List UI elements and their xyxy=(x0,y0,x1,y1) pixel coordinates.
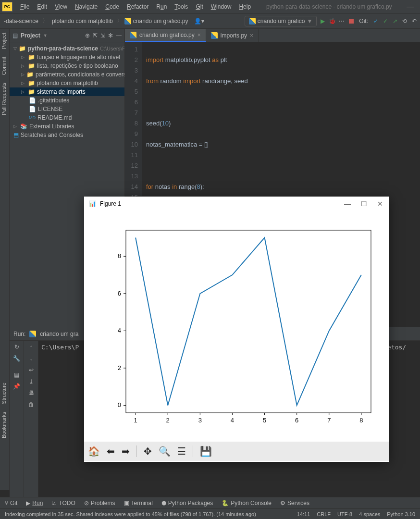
status-interpreter[interactable]: Python 3.10 xyxy=(387,511,415,517)
editor-tab[interactable]: imports.py × xyxy=(206,29,259,42)
up-icon[interactable]: ↑ xyxy=(30,344,33,350)
menu-tools[interactable]: Tools xyxy=(171,2,192,12)
user-icon[interactable]: 👤▾ xyxy=(194,18,204,25)
vcs-push-icon[interactable]: ↗ xyxy=(391,17,399,25)
menu-file[interactable]: File xyxy=(16,2,33,12)
window-minimize-icon[interactable]: — xyxy=(344,200,351,208)
chevron-right-icon: ▷ xyxy=(21,72,25,77)
status-time[interactable]: 14:11 xyxy=(297,511,310,517)
settings-icon[interactable]: ✻ xyxy=(108,32,113,39)
chevron-right-icon: 〉 xyxy=(42,17,48,25)
figure-window[interactable]: 📊 Figure 1 — ☐ ✕ 1234567802468 🏠 ⬅ ➡ ✥ 🔍… xyxy=(84,197,389,462)
soft-wrap-icon[interactable]: ↩ xyxy=(29,367,34,373)
collapse-icon[interactable]: ⇲ xyxy=(100,32,105,39)
folder-icon: 📁 xyxy=(28,54,35,61)
history-icon[interactable]: ⟲ xyxy=(401,17,408,25)
tool-run[interactable]: ▶Run xyxy=(26,500,43,507)
figure-canvas[interactable]: 1234567802468 xyxy=(84,211,389,442)
hide-icon[interactable]: — xyxy=(116,32,122,39)
menu-edit[interactable]: Edit xyxy=(33,2,51,12)
pin-icon[interactable]: 📌 xyxy=(13,383,20,390)
window-minimize-icon[interactable]: — xyxy=(403,2,418,11)
close-tab-icon[interactable]: × xyxy=(250,32,253,39)
menu-code[interactable]: Code xyxy=(101,2,123,12)
zoom-icon[interactable]: 🔍 xyxy=(159,445,171,457)
target-icon[interactable]: ⊕ xyxy=(85,32,90,39)
project-title: Project xyxy=(21,32,40,39)
breadcrumb-file[interactable]: criando um grafico.py xyxy=(124,18,188,25)
vcs-commit-icon[interactable]: ✓ xyxy=(382,17,389,25)
back-icon[interactable]: ⬅ xyxy=(107,445,115,457)
pan-icon[interactable]: ✥ xyxy=(144,445,152,457)
menu-refactor[interactable]: Refactor xyxy=(123,2,152,12)
editor-tab[interactable]: criando um grafico.py × xyxy=(125,29,206,42)
tool-project[interactable]: Project xyxy=(0,29,8,53)
menu-view[interactable]: View xyxy=(51,2,71,12)
configure-icon[interactable]: ☰ xyxy=(177,445,186,457)
svg-text:4: 4 xyxy=(118,327,121,334)
tool-pull-requests[interactable]: Pull Requests xyxy=(0,79,8,119)
tool-commit[interactable]: Commit xyxy=(0,53,8,79)
menu-run[interactable]: Run xyxy=(152,2,171,12)
tree-file[interactable]: MDREADME.md xyxy=(10,113,124,122)
code-editor[interactable]: 1 2 3 4 5 6 7 8 9 10 11 12 13 14 15 impo… xyxy=(125,42,420,196)
tool-services[interactable]: ⚙Services xyxy=(280,500,309,507)
more-run-icon[interactable]: ⋯ xyxy=(338,17,346,25)
run-button[interactable]: ▶ xyxy=(319,17,326,25)
tree-file[interactable]: 📄.gitattributes xyxy=(10,96,124,105)
menu-navigate[interactable]: Navigate xyxy=(71,2,101,12)
tool-todo[interactable]: ☑TODO xyxy=(51,500,75,507)
folder-icon: 📁 xyxy=(28,62,35,69)
close-tab-icon[interactable]: × xyxy=(198,32,201,38)
breadcrumb-root[interactable]: -data-science xyxy=(2,17,40,25)
tool-problems[interactable]: ⊘Problems xyxy=(84,500,115,507)
tree-folder[interactable]: ▷📁função e linguagem de alto nível xyxy=(10,53,124,62)
tool-git[interactable]: ⑂Git xyxy=(5,500,17,507)
menu-help[interactable]: Help xyxy=(235,2,255,12)
svg-text:3: 3 xyxy=(198,417,202,424)
tree-file[interactable]: 📄LICENSE xyxy=(10,105,124,113)
rollback-icon[interactable]: ↶ xyxy=(410,17,418,25)
expand-icon[interactable]: ⇱ xyxy=(93,32,98,39)
window-close-icon[interactable]: ✕ xyxy=(376,200,384,208)
print-icon[interactable]: 🖶 xyxy=(28,390,34,396)
status-encoding[interactable]: UTF-8 xyxy=(337,511,352,517)
chevron-down-icon[interactable]: ▼ xyxy=(43,33,48,38)
menu-git[interactable]: Git xyxy=(192,2,207,12)
tool-python-packages[interactable]: ⬢Python Packages xyxy=(161,500,213,507)
tree-external[interactable]: ▷📚External Libraries xyxy=(10,122,124,131)
tree-folder[interactable]: ▷📁parâmetros, condicionais e conversão xyxy=(10,70,124,79)
scroll-icon[interactable]: ⤓ xyxy=(29,378,34,385)
vcs-update-icon[interactable]: ✓ xyxy=(372,17,380,25)
menu-window[interactable]: Window xyxy=(207,2,235,12)
forward-icon[interactable]: ➡ xyxy=(122,445,130,457)
down-icon[interactable]: ↓ xyxy=(30,355,33,362)
rerun-icon[interactable]: ↻ xyxy=(14,344,19,350)
folder-icon: 📁 xyxy=(28,80,35,86)
stop-button[interactable] xyxy=(347,17,355,25)
tool-structure[interactable]: Structure xyxy=(0,379,8,408)
save-icon[interactable]: 💾 xyxy=(200,445,212,457)
home-icon[interactable]: 🏠 xyxy=(88,445,100,457)
tree-folder[interactable]: ▷📁lista, repetições e tipo booleano xyxy=(10,62,124,70)
trash-icon[interactable]: 🗑 xyxy=(28,401,34,408)
tree-scratches[interactable]: ⬒Scratches and Consoles xyxy=(10,131,124,139)
status-indent[interactable]: 4 spaces xyxy=(359,511,380,517)
window-maximize-icon[interactable]: ☐ xyxy=(360,200,368,208)
tool-bookmarks[interactable]: Bookmarks xyxy=(0,408,8,442)
run-config-selector[interactable]: criando um grafico ▼ xyxy=(245,16,317,26)
tool-python-console[interactable]: 🐍Python Console xyxy=(222,500,272,507)
tool-terminal[interactable]: ▣Terminal xyxy=(124,500,153,507)
wrench-icon[interactable]: 🔧 xyxy=(13,355,20,362)
figure-titlebar[interactable]: 📊 Figure 1 — ☐ ✕ xyxy=(84,197,389,211)
editor-tabs: criando um grafico.py × imports.py × xyxy=(125,29,420,42)
breadcrumb-folder[interactable]: plotando com matplotlib xyxy=(50,17,115,25)
debug-button[interactable]: 🐞 xyxy=(328,17,336,25)
tree-folder-selected[interactable]: ▷📁sistema de imports xyxy=(10,87,124,96)
layout-icon[interactable]: ▤ xyxy=(14,371,19,378)
code-body[interactable]: import matplotlib.pyplot as plt from ran… xyxy=(142,42,420,196)
tree-root[interactable]: ▽ 📁 python-para-data-science C:\Users\PC… xyxy=(10,44,124,53)
status-line-sep[interactable]: CRLF xyxy=(317,511,331,517)
tree-folder[interactable]: ▷📁plotando com matplotlib xyxy=(10,79,124,87)
chevron-down-icon: ▼ xyxy=(307,18,312,25)
